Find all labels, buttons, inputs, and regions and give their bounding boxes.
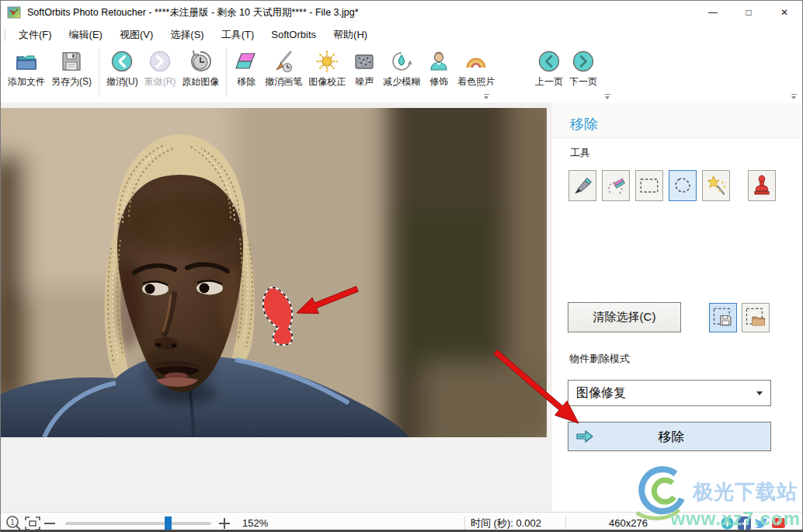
load-selection-button[interactable] [742, 303, 770, 332]
info-icon[interactable] [721, 516, 734, 530]
toolbar-overflow-chevron[interactable] [482, 94, 490, 100]
prev-circle-icon [537, 49, 561, 74]
menu-grip [5, 29, 5, 41]
statusbar-separator [464, 516, 465, 530]
menu-help[interactable]: 帮助(H) [325, 25, 376, 45]
retouch-button[interactable]: 修饰 [424, 47, 454, 90]
clear-selection-button[interactable]: 清除选择(C) [568, 302, 681, 332]
magic-wand-tool-button[interactable] [702, 170, 730, 201]
remove-tool-button[interactable]: 移除 [231, 47, 261, 90]
history-clock-icon [188, 49, 213, 74]
svg-text:1: 1 [10, 517, 15, 526]
colorize-button[interactable]: 着色照片 [455, 47, 497, 90]
toolbar: 添加文件 另存为(S) 撤消(U) [1, 45, 802, 103]
next-circle-icon [571, 49, 596, 74]
social-links [721, 516, 785, 530]
panel-title: 移除 [552, 103, 802, 138]
youtube-icon[interactable] [772, 516, 785, 530]
eraser-tool-button[interactable] [602, 170, 630, 201]
chevron-down-icon [756, 391, 763, 395]
lasso-select-tool-button[interactable] [669, 170, 697, 201]
image-canvas[interactable] [1, 103, 552, 512]
photo-preview [1, 108, 547, 437]
title-bar: SoftOrbits Photo Retoucher - ****未注册版 - … [1, 1, 802, 24]
toolbar-separator [99, 48, 99, 96]
lasso-select-icon [672, 175, 694, 196]
toolbar-overflow-chevron[interactable] [603, 94, 611, 100]
add-file-button[interactable]: 添加文件 [5, 47, 47, 90]
magic-wand-icon [705, 174, 727, 197]
brush-history-icon [271, 49, 296, 74]
processing-time-value: 时间 (秒): 0.002 [471, 513, 541, 532]
marker-tool-button[interactable] [568, 170, 596, 201]
marker-icon [572, 174, 593, 197]
remove-action-button[interactable]: 移除 [568, 422, 771, 451]
zoom-in-button[interactable] [217, 513, 231, 532]
remove-panel: 移除 工具 [552, 103, 802, 512]
noise-square-icon [352, 49, 377, 74]
zoom-slider-handle[interactable] [165, 516, 172, 530]
tools-label: 工具 [570, 146, 802, 160]
twitter-icon[interactable] [755, 516, 768, 530]
rainbow-icon [464, 49, 488, 74]
status-bar: 1 152% 时间 (秒): 0.002 4 [1, 512, 802, 532]
stamp-icon [752, 174, 772, 197]
original-image-button[interactable]: 原始图像 [179, 47, 221, 90]
window-title: SoftOrbits Photo Retoucher - ****未注册版 - … [27, 6, 359, 19]
noise-button[interactable]: 噪声 [349, 47, 379, 90]
redo-button[interactable]: 重做(R) [142, 47, 179, 90]
image-correction-button[interactable]: 图像校正 [306, 47, 348, 90]
menu-view[interactable]: 视图(V) [111, 25, 162, 45]
menu-file[interactable]: 文件(F) [10, 25, 61, 45]
fit-to-window-button[interactable] [24, 513, 41, 532]
run-arrow-icon [575, 430, 594, 443]
save-as-button[interactable]: 另存为(S) [49, 47, 94, 90]
undo-brush-button[interactable]: 撤消画笔 [262, 47, 304, 90]
remove-action-label: 移除 [594, 428, 749, 446]
prev-page-button[interactable]: 上一页 [533, 47, 565, 90]
person-icon [426, 49, 451, 74]
rectangle-select-tool-button[interactable] [635, 170, 663, 201]
minus-icon [43, 516, 57, 530]
toolbar-overflow-chevron[interactable] [790, 94, 798, 100]
next-page-button[interactable]: 下一页 [567, 47, 600, 90]
zoom-out-button[interactable] [43, 513, 57, 532]
deblur-button[interactable]: 减少模糊 [381, 47, 422, 90]
clone-stamp-tool-button[interactable] [748, 170, 776, 201]
menu-edit[interactable]: 编辑(E) [61, 25, 111, 45]
menu-select[interactable]: 选择(S) [162, 25, 212, 45]
facebook-icon[interactable] [738, 516, 751, 530]
save-selection-icon [712, 307, 734, 329]
folder-add-icon [14, 49, 39, 74]
load-selection-icon [745, 307, 766, 329]
maximize-button[interactable]: □ [731, 1, 766, 24]
app-logo-icon [7, 5, 21, 19]
window-controls: — □ ✕ [695, 1, 802, 24]
menu-tools[interactable]: 工具(T) [213, 25, 263, 45]
droplet-circle-icon [389, 49, 414, 74]
undo-button[interactable]: 撤消(U) [104, 47, 141, 90]
page-nav-group: 上一页 下一页 [532, 47, 600, 90]
image-dimensions-value: 460x276 [609, 513, 648, 532]
zoom-slider[interactable] [65, 522, 211, 525]
rectangle-select-icon [638, 176, 660, 195]
undo-arrow-icon [110, 49, 134, 74]
menu-softorbits[interactable]: SoftOrbits [262, 26, 325, 43]
zoom-1to1-icon: 1 [5, 515, 23, 532]
removal-mode-select[interactable]: 图像修复 [568, 380, 771, 406]
app-window: SoftOrbits Photo Retoucher - ****未注册版 - … [0, 0, 803, 532]
menu-bar: 文件(F) 编辑(E) 视图(V) 选择(S) 工具(T) SoftOrbits… [1, 24, 802, 45]
zoom-percent-value: 152% [242, 513, 268, 532]
zoom-actual-button[interactable]: 1 [5, 513, 23, 532]
main-area: 移除 工具 [1, 103, 802, 512]
floppy-save-icon [59, 49, 84, 74]
removal-mode-label: 物件删除模式 [569, 352, 630, 366]
tool-row [568, 170, 802, 201]
close-button[interactable]: ✕ [766, 1, 802, 24]
eraser-lasso-icon [605, 173, 627, 198]
redo-arrow-icon [148, 49, 172, 74]
sun-icon [315, 49, 339, 74]
minimize-button[interactable]: — [695, 1, 731, 24]
statusbar-separator [565, 516, 566, 530]
save-selection-button[interactable] [709, 303, 737, 332]
